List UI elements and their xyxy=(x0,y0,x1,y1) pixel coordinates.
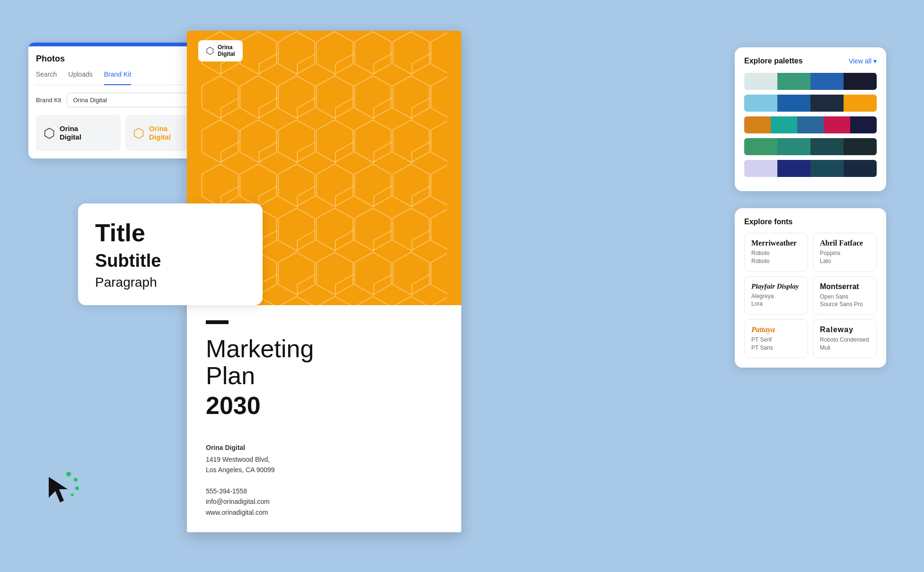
cursor-arrow-icon xyxy=(49,477,68,502)
mp-website: www.orinadigital.com xyxy=(206,507,442,518)
cursor-area xyxy=(45,468,83,508)
font-name-merriweather: Merriweather xyxy=(751,239,801,247)
font-subs-playfair: AlegreyaLora xyxy=(751,292,801,308)
swatch xyxy=(844,160,877,177)
swatch xyxy=(810,95,844,112)
typo-paragraph: Paragraph xyxy=(95,275,246,290)
palette-row-3[interactable] xyxy=(744,116,877,133)
spark-4 xyxy=(71,493,74,496)
fonts-panel: Explore fonts Merriweather RobotoRoboto … xyxy=(735,208,886,368)
swatch xyxy=(744,73,777,90)
mp-white-section: MarketingPlan 2030 Orina Digital 1419 We… xyxy=(187,305,461,532)
fonts-grid: Merriweather RobotoRoboto Abril Fatface … xyxy=(744,233,877,358)
swatch xyxy=(844,73,877,90)
swatch xyxy=(850,116,877,133)
font-name-abril: Abril Fatface xyxy=(820,239,870,247)
brand-name-black: OrinaDigital xyxy=(60,124,81,141)
font-name-pattaya: Pattaya xyxy=(751,326,801,334)
mp-address1: 1419 Westwood Blvd, xyxy=(206,454,442,465)
hexagon-icon-black: ⬡ xyxy=(44,125,55,141)
swatch xyxy=(744,138,777,155)
font-subs-merriweather: RobotoRoboto xyxy=(751,249,801,265)
typography-card: Title Subtitle Paragraph xyxy=(78,203,263,305)
view-all-button[interactable]: View all ▾ xyxy=(849,57,877,65)
brand-kit-label: Brand Kit xyxy=(36,97,61,104)
photos-tabs: Search Uploads Brand Kit xyxy=(36,70,210,85)
swatch xyxy=(744,95,777,112)
font-card-montserrat[interactable]: Montserrat Open SansSource Sans Pro xyxy=(813,276,877,315)
swatch xyxy=(810,138,844,155)
font-subs-pattaya: PT SerifPT Sans xyxy=(751,336,801,352)
swatch xyxy=(771,116,797,133)
typo-title: Title xyxy=(95,219,246,247)
tab-search[interactable]: Search xyxy=(36,70,57,80)
mp-address2: Los Angeles, CA 90099 xyxy=(206,465,442,475)
brand-logo-black[interactable]: ⬡ OrinaDigital xyxy=(36,115,121,151)
mp-contact-info: Orina Digital 1419 Westwood Blvd, Los An… xyxy=(206,442,442,518)
swatch xyxy=(777,95,810,112)
swatch xyxy=(844,138,877,155)
swatch xyxy=(744,116,771,133)
palette-row-1[interactable] xyxy=(744,73,877,90)
mp-logo-hex-icon: ⬡ xyxy=(206,45,214,56)
cursor-svg xyxy=(45,468,83,506)
spark-3 xyxy=(75,486,79,490)
font-card-playfair[interactable]: Playfair Display AlegreyaLora xyxy=(744,276,808,315)
font-name-raleway: Raleway xyxy=(820,326,870,334)
panel-title: Photos xyxy=(36,54,65,64)
palette-row-2[interactable] xyxy=(744,95,877,112)
palettes-header: Explore palettes View all ▾ xyxy=(744,57,877,65)
palette-row-5[interactable] xyxy=(744,160,877,177)
palettes-panel: Explore palettes View all ▾ xyxy=(735,47,886,191)
font-card-raleway[interactable]: Raleway Roboto CondensedMuli xyxy=(813,319,877,358)
mp-logo-text: OrinaDigital xyxy=(218,44,235,58)
mp-phone: 555-394-1558 xyxy=(206,486,442,496)
palette-row-4[interactable] xyxy=(744,138,877,155)
font-card-pattaya[interactable]: Pattaya PT SerifPT Sans xyxy=(744,319,808,358)
hexagon-icon-yellow: ⬡ xyxy=(133,125,144,141)
mp-logo-bar: ⬡ OrinaDigital xyxy=(198,40,243,62)
font-subs-raleway: Roboto CondensedMuli xyxy=(820,336,870,352)
typo-subtitle: Subtitle xyxy=(95,251,246,271)
swatch xyxy=(777,138,810,155)
brand-logos-grid: ⬡ OrinaDigital ⬡ OrinaDigital xyxy=(36,115,210,151)
mp-marketing-plan-text: MarketingPlan xyxy=(206,335,442,389)
swatch xyxy=(810,73,844,90)
swatch xyxy=(797,116,824,133)
mp-black-bar xyxy=(206,320,229,324)
chevron-down-icon: ▾ xyxy=(873,57,877,65)
brand-kit-row: Brand Kit Orina Digital ▾ xyxy=(36,93,210,107)
swatch xyxy=(810,160,844,177)
font-subs-montserrat: Open SansSource Sans Pro xyxy=(820,293,870,309)
swatch xyxy=(824,116,850,133)
swatch xyxy=(744,160,777,177)
font-name-playfair: Playfair Display xyxy=(751,282,801,290)
font-card-abril[interactable]: Abril Fatface PoppinsLato xyxy=(813,233,877,272)
brand-name-yellow: OrinaDigital xyxy=(149,124,171,141)
swatch xyxy=(844,95,877,112)
spark-1 xyxy=(66,472,71,476)
brand-kit-value: Orina Digital xyxy=(73,97,107,104)
tab-brand-kit[interactable]: Brand Kit xyxy=(104,70,132,85)
palettes-title: Explore palettes xyxy=(744,57,803,65)
mp-company-name: Orina Digital xyxy=(206,442,442,453)
mp-year: 2030 xyxy=(206,391,442,420)
mp-email: info@orinadigital.com xyxy=(206,496,442,507)
font-card-merriweather[interactable]: Merriweather RobotoRoboto xyxy=(744,233,808,272)
swatch xyxy=(777,160,810,177)
font-name-montserrat: Montserrat xyxy=(820,282,870,291)
tab-uploads[interactable]: Uploads xyxy=(68,70,92,80)
fonts-title: Explore fonts xyxy=(744,218,877,226)
spark-2 xyxy=(74,478,78,482)
swatch xyxy=(777,73,810,90)
font-subs-abril: PoppinsLato xyxy=(820,249,870,265)
